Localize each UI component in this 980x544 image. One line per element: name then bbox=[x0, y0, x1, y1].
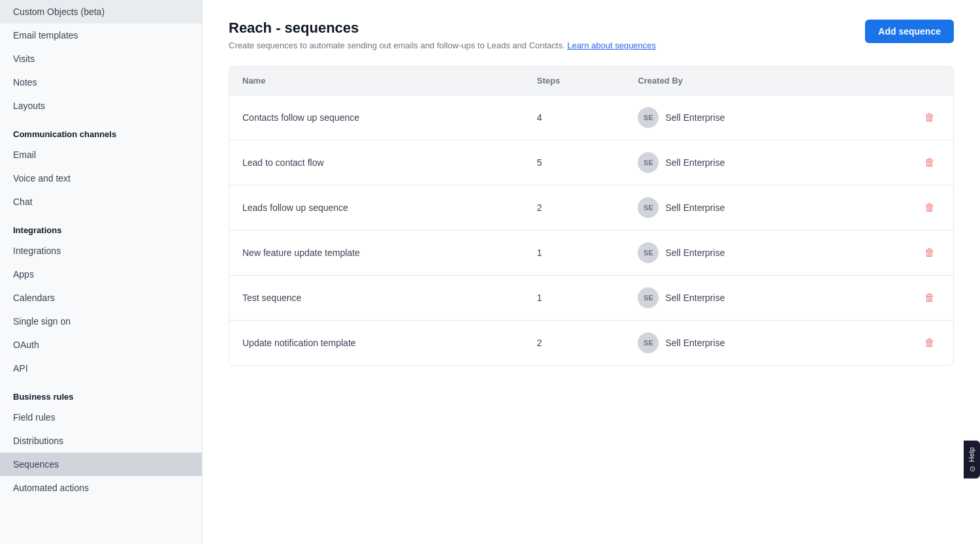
sidebar-item-custom-objects[interactable]: Custom Objects (beta) bbox=[0, 0, 202, 24]
col-name: Name bbox=[229, 67, 524, 95]
sidebar-section-business-rules: Business rules bbox=[0, 380, 202, 406]
sidebar-item-integrations[interactable]: Integrations bbox=[0, 239, 202, 263]
table-header-row: Name Steps Created By bbox=[229, 67, 953, 95]
sidebar-item-api[interactable]: API bbox=[0, 357, 202, 380]
sidebar-item-distributions[interactable]: Distributions bbox=[0, 429, 202, 453]
avatar: SE bbox=[638, 107, 659, 128]
avatar: SE bbox=[638, 197, 659, 218]
sidebar: Custom Objects (beta)Email templatesVisi… bbox=[0, 0, 203, 544]
created-by-name: Sell Enterprise bbox=[665, 202, 725, 213]
sequences-table-container: Name Steps Created By Contacts follow up… bbox=[229, 66, 954, 366]
sidebar-item-oauth[interactable]: OAuth bbox=[0, 333, 202, 357]
sequences-table: Name Steps Created By Contacts follow up… bbox=[229, 67, 953, 365]
sequence-actions: 🗑 bbox=[857, 185, 953, 231]
sequence-actions: 🗑 bbox=[857, 140, 953, 185]
sequence-name: New feature update template bbox=[229, 231, 524, 276]
sidebar-item-email[interactable]: Email bbox=[0, 143, 202, 167]
sidebar-item-layouts[interactable]: Layouts bbox=[0, 94, 202, 118]
created-by-name: Sell Enterprise bbox=[665, 338, 725, 348]
sequence-name: Test sequence bbox=[229, 276, 524, 321]
table-row[interactable]: Contacts follow up sequence4SESell Enter… bbox=[229, 95, 953, 140]
help-button[interactable]: ⊙ Help bbox=[964, 441, 980, 479]
delete-sequence-button[interactable]: 🗑 bbox=[919, 109, 940, 126]
table-row[interactable]: New feature update template1SESell Enter… bbox=[229, 231, 953, 276]
col-steps: Steps bbox=[524, 67, 625, 95]
sequence-created-by: SESell Enterprise bbox=[625, 95, 857, 140]
avatar: SE bbox=[638, 152, 659, 173]
sidebar-item-field-rules[interactable]: Field rules bbox=[0, 406, 202, 429]
created-by-name: Sell Enterprise bbox=[665, 157, 725, 168]
sequence-name: Contacts follow up sequence bbox=[229, 95, 524, 140]
created-by-name: Sell Enterprise bbox=[665, 112, 725, 123]
learn-link[interactable]: Learn about sequences bbox=[567, 40, 656, 50]
sequence-steps: 1 bbox=[524, 276, 625, 321]
sequence-actions: 🗑 bbox=[857, 231, 953, 276]
sequence-steps: 5 bbox=[524, 140, 625, 185]
delete-sequence-button[interactable]: 🗑 bbox=[919, 154, 940, 171]
sidebar-item-visits[interactable]: Visits bbox=[0, 47, 202, 71]
table-row[interactable]: Lead to contact flow5SESell Enterprise🗑 bbox=[229, 140, 953, 185]
sequence-steps: 2 bbox=[524, 185, 625, 231]
delete-sequence-button[interactable]: 🗑 bbox=[919, 199, 940, 216]
page-title: Reach - sequences bbox=[229, 20, 656, 37]
sidebar-section-integrations: Integrations bbox=[0, 214, 202, 239]
sequence-created-by: SESell Enterprise bbox=[625, 276, 857, 321]
sidebar-item-sequences[interactable]: Sequences bbox=[0, 453, 202, 476]
sequence-name: Update notification template bbox=[229, 321, 524, 366]
col-actions bbox=[857, 67, 953, 95]
sequence-steps: 2 bbox=[524, 321, 625, 366]
table-row[interactable]: Leads follow up sequence2SESell Enterpri… bbox=[229, 185, 953, 231]
add-sequence-button[interactable]: Add sequence bbox=[865, 20, 954, 43]
sequence-steps: 1 bbox=[524, 231, 625, 276]
sequence-name: Leads follow up sequence bbox=[229, 185, 524, 231]
avatar: SE bbox=[638, 242, 659, 263]
table-row[interactable]: Test sequence1SESell Enterprise🗑 bbox=[229, 276, 953, 321]
help-icon: ⊙ bbox=[968, 466, 976, 472]
created-by-name: Sell Enterprise bbox=[665, 293, 725, 303]
sidebar-item-chat[interactable]: Chat bbox=[0, 190, 202, 214]
delete-sequence-button[interactable]: 🗑 bbox=[919, 244, 940, 261]
main-content: Reach - sequences Create sequences to au… bbox=[203, 0, 980, 544]
avatar: SE bbox=[638, 287, 659, 308]
sidebar-item-calendars[interactable]: Calendars bbox=[0, 286, 202, 310]
sidebar-item-notes[interactable]: Notes bbox=[0, 71, 202, 94]
sequence-actions: 🗑 bbox=[857, 95, 953, 140]
delete-sequence-button[interactable]: 🗑 bbox=[919, 334, 940, 351]
sidebar-item-voice-and-text[interactable]: Voice and text bbox=[0, 167, 202, 190]
sidebar-item-single-sign-on[interactable]: Single sign on bbox=[0, 310, 202, 333]
created-by-name: Sell Enterprise bbox=[665, 248, 725, 258]
sidebar-item-automated-actions[interactable]: Automated actions bbox=[0, 476, 202, 500]
sequence-created-by: SESell Enterprise bbox=[625, 185, 857, 231]
sequence-name: Lead to contact flow bbox=[229, 140, 524, 185]
sequence-actions: 🗑 bbox=[857, 276, 953, 321]
page-header: Reach - sequences Create sequences to au… bbox=[229, 20, 954, 50]
sequence-created-by: SESell Enterprise bbox=[625, 231, 857, 276]
table-row[interactable]: Update notification template2SESell Ente… bbox=[229, 321, 953, 366]
sequence-steps: 4 bbox=[524, 95, 625, 140]
sidebar-item-email-templates[interactable]: Email templates bbox=[0, 24, 202, 47]
sequence-created-by: SESell Enterprise bbox=[625, 140, 857, 185]
page-description: Create sequences to automate sending out… bbox=[229, 40, 656, 50]
delete-sequence-button[interactable]: 🗑 bbox=[919, 289, 940, 306]
sequence-actions: 🗑 bbox=[857, 321, 953, 366]
sidebar-section-communication-channels: Communication channels bbox=[0, 118, 202, 143]
sequence-created-by: SESell Enterprise bbox=[625, 321, 857, 366]
page-title-area: Reach - sequences Create sequences to au… bbox=[229, 20, 656, 50]
sidebar-item-apps[interactable]: Apps bbox=[0, 263, 202, 286]
col-created-by: Created By bbox=[625, 67, 857, 95]
avatar: SE bbox=[638, 332, 659, 353]
